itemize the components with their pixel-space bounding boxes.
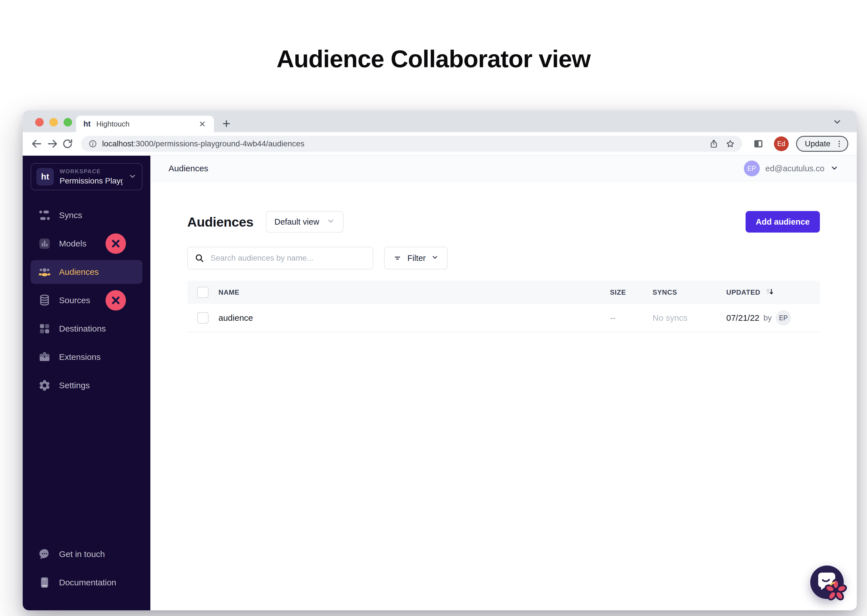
permission-blocked-badge (105, 233, 126, 254)
sidebar-item-label: Documentation (59, 578, 116, 587)
user-menu[interactable]: EP ed@acutulus.co (744, 160, 839, 176)
row-name-link[interactable]: audience (219, 313, 610, 323)
column-header-name[interactable]: NAME (219, 288, 610, 296)
breadcrumb[interactable]: Audiences (168, 163, 208, 173)
omnibox-actions (709, 139, 735, 148)
new-tab-icon[interactable] (221, 119, 231, 129)
settings-gear-icon (38, 379, 51, 392)
column-header-syncs[interactable]: SYNCS (653, 288, 726, 296)
page-heading: Audience Collaborator view (0, 45, 867, 73)
browser-tab[interactable]: ht Hightouch (76, 116, 214, 132)
table-header-row: NAME SIZE SYNCS UPDATED (187, 281, 820, 304)
app-content: ht WORKSPACE Permissions Playg... S (23, 156, 857, 610)
browser-menu-dots-icon[interactable] (835, 140, 843, 148)
search-box (187, 247, 373, 269)
sidebar-item-extensions[interactable]: Extensions (31, 345, 142, 369)
title-row: Audiences Default view Add audience (187, 211, 820, 233)
sidebar-item-sources[interactable]: Sources (31, 288, 142, 312)
browser-update-button[interactable]: Update (796, 136, 848, 152)
user-avatar: EP (744, 160, 760, 176)
forward-icon[interactable] (47, 138, 58, 149)
side-panel-icon[interactable] (753, 138, 764, 149)
bookmark-star-icon[interactable] (726, 139, 735, 148)
reload-icon[interactable] (62, 138, 73, 149)
search-input[interactable] (210, 253, 366, 263)
app-sidebar: ht WORKSPACE Permissions Playg... S (23, 156, 150, 610)
book-icon (38, 576, 51, 589)
sidebar-item-documentation[interactable]: Documentation (31, 570, 142, 594)
select-all-checkbox[interactable] (197, 287, 209, 298)
tab-search-chevron-icon[interactable] (832, 117, 842, 126)
flower-decoration-icon (824, 578, 848, 602)
maximize-window-button[interactable] (63, 118, 72, 126)
row-syncs: No syncs (653, 313, 726, 323)
table-row[interactable]: audience -- No syncs 07/21/22 by EP (187, 304, 820, 332)
browser-window: ht Hightouch (23, 111, 857, 610)
search-icon (195, 253, 204, 263)
workspace-selector[interactable]: ht WORKSPACE Permissions Playg... (31, 163, 142, 190)
sidebar-item-label: Syncs (59, 211, 82, 220)
site-info-icon[interactable] (88, 140, 97, 148)
back-icon[interactable] (31, 138, 42, 149)
sidebar-footer: Get in touch Documentation (31, 542, 142, 594)
sources-icon (38, 294, 51, 307)
url-host: localhost (102, 139, 134, 148)
minimize-window-button[interactable] (49, 118, 58, 126)
destinations-icon (38, 322, 51, 335)
workspace-logo: ht (36, 168, 54, 185)
tab-title: Hightouch (96, 120, 192, 129)
sidebar-item-models[interactable]: Models (31, 232, 142, 256)
chat-launcher-button[interactable] (810, 566, 844, 599)
header-checkbox-cell (187, 287, 219, 298)
browser-tab-strip: ht Hightouch (23, 111, 857, 132)
add-audience-button[interactable]: Add audience (746, 211, 820, 233)
main-topbar: Audiences EP ed@acutulus.co (150, 156, 857, 182)
sidebar-item-label: Destinations (59, 324, 106, 333)
sidebar-item-label: Settings (59, 380, 90, 390)
row-checkbox[interactable] (197, 312, 209, 324)
share-icon[interactable] (709, 139, 718, 148)
workspace-text: WORKSPACE Permissions Playg... (60, 168, 123, 185)
add-audience-label: Add audience (756, 217, 810, 226)
workspace-eyebrow: WORKSPACE (60, 168, 123, 175)
search-row: Filter (187, 247, 820, 269)
page-title: Audiences (187, 214, 253, 230)
permission-blocked-badge (105, 290, 126, 311)
update-button-label: Update (805, 139, 831, 148)
browser-profile-avatar[interactable]: Ed (774, 137, 789, 151)
column-header-updated[interactable]: UPDATED (726, 287, 820, 298)
url-bar[interactable]: localhost:3000/permissions-playground-4w… (81, 136, 742, 152)
sidebar-item-settings[interactable]: Settings (31, 374, 142, 398)
column-header-size[interactable]: SIZE (610, 288, 653, 296)
window-controls (35, 118, 72, 126)
close-tab-icon[interactable] (198, 120, 206, 128)
sort-icon[interactable] (765, 287, 774, 298)
extensions-icon (38, 350, 51, 364)
filter-button[interactable]: Filter (384, 247, 448, 269)
user-email: ed@acutulus.co (765, 164, 825, 173)
row-updated: 07/21/22 by EP (726, 310, 820, 325)
row-size: -- (610, 313, 653, 323)
view-selector-label: Default view (274, 217, 319, 226)
view-selector[interactable]: Default view (266, 211, 343, 233)
close-window-button[interactable] (35, 118, 44, 126)
workspace-chevron-icon (128, 172, 137, 182)
main-body: Audiences Default view Add audience (150, 182, 857, 332)
audiences-icon (38, 266, 51, 278)
sidebar-item-destinations[interactable]: Destinations (31, 317, 142, 341)
sidebar-item-label: Get in touch (59, 549, 105, 559)
sidebar-item-label: Extensions (59, 352, 101, 362)
syncs-icon (38, 209, 51, 222)
view-selector-chevron-icon (327, 217, 335, 227)
chat-bubble-icon (38, 548, 51, 561)
screenshot-stage: Audience Collaborator view ht Hightouch (0, 0, 867, 616)
sidebar-item-syncs[interactable]: Syncs (31, 203, 142, 227)
url-path: :3000/permissions-playground-4wb44/audie… (134, 139, 304, 148)
browser-toolbar: localhost:3000/permissions-playground-4w… (23, 132, 857, 156)
sidebar-item-get-in-touch[interactable]: Get in touch (31, 542, 142, 566)
row-updated-date: 07/21/22 (726, 313, 760, 323)
sidebar-item-audiences[interactable]: Audiences (31, 260, 142, 284)
row-updated-by-word: by (763, 313, 772, 322)
url-text: localhost:3000/permissions-playground-4w… (102, 139, 704, 148)
models-icon (38, 237, 51, 250)
